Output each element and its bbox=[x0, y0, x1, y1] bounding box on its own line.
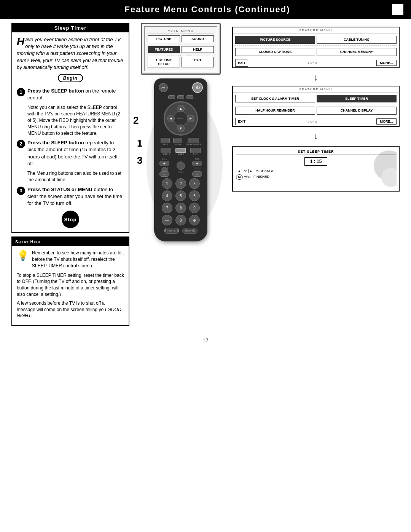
step-1-note: Note: you can also select the SLEEP cont… bbox=[27, 104, 124, 136]
remote-pip-btn[interactable]: PIP bbox=[182, 228, 198, 234]
feature-menu-2-label: FEATURE MENU bbox=[233, 86, 399, 93]
remote-btn-6[interactable]: 6 bbox=[189, 190, 200, 201]
remote-status: STATUS bbox=[161, 148, 171, 155]
menu-row-3: 1 ST TIME SETUP EXIT bbox=[148, 57, 214, 67]
remote-btn-5[interactable]: 5 bbox=[175, 190, 186, 201]
more-btn-2[interactable]: MORE... bbox=[376, 118, 397, 125]
right-arrow-btn[interactable]: ► bbox=[248, 169, 254, 173]
remote-vol-ch: VOL + − MUTE CH bbox=[157, 158, 204, 177]
exit-btn-1[interactable]: EXIT bbox=[235, 59, 248, 67]
sleep-timer-header: Sleep Timer bbox=[12, 24, 129, 32]
remote-left-btn[interactable]: ◄ bbox=[167, 115, 175, 122]
remote-mute-circle[interactable] bbox=[162, 167, 167, 171]
remote-btn-9[interactable]: 9 bbox=[189, 203, 200, 213]
page-number: 17 bbox=[0, 330, 411, 351]
remote-pipon-btn[interactable] bbox=[173, 138, 182, 143]
m-btn[interactable]: M bbox=[236, 174, 243, 180]
remote-btn-plus[interactable]: ⊕ bbox=[189, 215, 200, 225]
remote-btn-1[interactable]: 1 bbox=[162, 178, 172, 189]
left-arrow-btn[interactable]: ◄ bbox=[236, 169, 242, 173]
channel-memory-btn[interactable]: CHANNEL MEMORY bbox=[317, 48, 397, 56]
remote-source-btn[interactable] bbox=[188, 138, 199, 143]
picture-source-btn[interactable]: PICTURE SOURCE bbox=[235, 36, 315, 44]
feature-menu-2-grid: SET CLOCK & ALARM TIMER SLEEP TIMER HALF… bbox=[233, 93, 399, 117]
channel-display-btn[interactable]: CHANNEL DISPLAY bbox=[317, 107, 397, 115]
set-clock-btn[interactable]: SET CLOCK & ALARM TIMER bbox=[235, 95, 315, 103]
stop-badge: Stop bbox=[17, 211, 124, 228]
arrow-connector-2: ↓ bbox=[232, 131, 400, 141]
feature-menu-panel-2: FEATURE MENU SET CLOCK & ALARM TIMER SLE… bbox=[232, 86, 400, 127]
remote-mute-btn[interactable] bbox=[177, 161, 185, 170]
remote-small-btn-3[interactable] bbox=[186, 95, 193, 99]
remote-btn-4[interactable]: 4 bbox=[162, 190, 172, 201]
step-3-text: Press the STATUS or MENU button to clear… bbox=[27, 186, 124, 207]
tv-main-menu-screen: MAIN MENU PICTURE SOUND · · · · · · · · … bbox=[141, 23, 221, 75]
sound-btn: SOUND bbox=[182, 35, 214, 42]
remote-swap-btn[interactable] bbox=[161, 138, 170, 143]
feature-menu-panel-1: FEATURE MENU PICTURE SOURCE CABLE TUNING… bbox=[232, 27, 400, 68]
middle-column: MAIN MENU PICTURE SOUND · · · · · · · · … bbox=[133, 23, 228, 326]
remote-vol-plus[interactable]: + bbox=[159, 161, 169, 166]
drop-cap: H bbox=[17, 36, 24, 47]
step-1-bold: Press the SLEEP button bbox=[27, 88, 84, 94]
remote-btn-7[interactable]: 7 bbox=[162, 203, 172, 213]
remote-av-btn[interactable]: AV bbox=[159, 83, 168, 92]
sleep-timer-body: H ave you ever fallen asleep in front of… bbox=[12, 32, 129, 232]
smart-help-body: 💡 Remember, to see how many minutes are … bbox=[12, 246, 129, 325]
remote-inner-wrap: 2 1 3 AV ⏻ bbox=[154, 78, 207, 241]
remote-small-btn-2[interactable] bbox=[177, 95, 184, 99]
when-finished-text: when FINISHED bbox=[244, 174, 269, 179]
menu-row-2: FEATURES HELP bbox=[148, 46, 214, 53]
remote-step-label-2: 2 bbox=[133, 115, 139, 126]
more-btn-1[interactable]: MORE... bbox=[376, 60, 397, 66]
cable-tuning-btn[interactable]: CABLE TUNING bbox=[317, 36, 397, 44]
remote-btn-3[interactable]: 3 bbox=[189, 178, 200, 189]
closed-captions-btn[interactable]: CLOSED CAPTIONS bbox=[235, 48, 315, 56]
right-column: FEATURE MENU PICTURE SOURCE CABLE TUNING… bbox=[232, 23, 400, 326]
exit-btn-main: EXIT bbox=[182, 57, 214, 67]
remote-ring-area: ▲ ▼ ◄ ► MENU bbox=[157, 101, 204, 136]
remote-sleep-btn[interactable] bbox=[175, 148, 186, 153]
lightbulb-icon: 💡 bbox=[17, 250, 29, 262]
remote-btn-dash[interactable]: — bbox=[162, 215, 172, 225]
remote-btn-2[interactable]: 2 bbox=[175, 178, 186, 189]
remote-step-label-1: 1 bbox=[137, 137, 142, 149]
remote-sleep-btn-wrap: SLEEP bbox=[175, 148, 186, 155]
step-2-note: The Menu ring buttons can also be used t… bbox=[27, 170, 124, 183]
sleep-timer-screen-title: SET SLEEP TIMER bbox=[236, 150, 396, 155]
remote-btn-8[interactable]: 8 bbox=[175, 203, 186, 213]
remote-vol-label: VOL bbox=[161, 158, 167, 160]
remote-ch-center bbox=[194, 167, 201, 171]
remote-btn-0[interactable]: 0 bbox=[175, 215, 186, 225]
feature-menu-1-footer: EXIT 1 OF 5 MORE... bbox=[233, 58, 399, 67]
smart-help-text-1: Remember, to see how many minutes are le… bbox=[32, 250, 124, 269]
page-header: Feature Menu Controls (Continued) bbox=[0, 0, 411, 19]
half-hour-btn[interactable]: HALF HOUR REMINDER bbox=[235, 107, 315, 115]
remote-status-btn[interactable] bbox=[161, 148, 171, 153]
page-indicator-2: 2 OF 5 bbox=[308, 120, 317, 123]
remote-ch-minus[interactable]: − bbox=[192, 171, 202, 177]
remote-auto: AUTO bbox=[190, 148, 201, 155]
remote-menu-btn[interactable]: MENU bbox=[173, 111, 188, 126]
remote-power-btn[interactable]: ⏻ bbox=[192, 82, 203, 93]
remote-up-btn[interactable]: ▲ bbox=[177, 105, 185, 112]
remote-ch-plus[interactable]: + bbox=[192, 161, 202, 166]
first-time-setup-btn: 1 ST TIME SETUP bbox=[148, 57, 180, 67]
sleep-timer-screen-content: SET SLEEP TIMER 1 : 15 ◄ or ► to CHANGE … bbox=[236, 150, 396, 180]
remote-down-btn[interactable]: ▼ bbox=[177, 125, 185, 132]
exit-btn-2[interactable]: EXIT bbox=[235, 118, 248, 125]
stop-circle: Stop bbox=[62, 211, 79, 228]
step-3-bold: Press the STATUS or MENU bbox=[27, 187, 92, 192]
remote-swap: SWAP bbox=[161, 138, 170, 145]
sleep-timer-btn[interactable]: SLEEP TIMER bbox=[317, 95, 397, 103]
feature-menu-1-label: FEATURE MENU bbox=[233, 27, 399, 34]
remote-vol-minus[interactable]: − bbox=[159, 171, 169, 177]
remote-ring[interactable]: ▲ ▼ ◄ ► MENU bbox=[164, 101, 198, 136]
remote-small-btn-1[interactable] bbox=[168, 95, 175, 99]
sleep-time-center: 1 : 15 bbox=[236, 157, 396, 166]
arrow-connector-1: ↓ bbox=[232, 73, 400, 82]
remote-pipon: PIP ON bbox=[173, 138, 182, 145]
remote-position-btn[interactable]: POSITION bbox=[164, 228, 179, 234]
remote-right-btn[interactable]: ► bbox=[187, 115, 194, 122]
remote-auto-btn[interactable] bbox=[190, 148, 201, 153]
